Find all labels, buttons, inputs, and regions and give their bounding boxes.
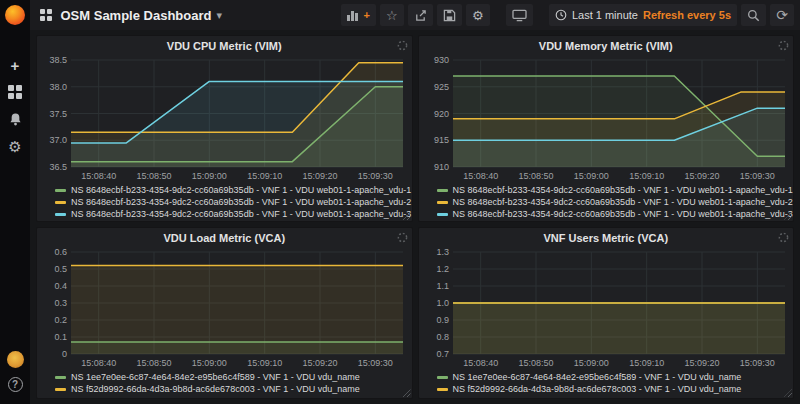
user-avatar[interactable] <box>7 351 24 368</box>
legend-series-label: NS 8648ecbf-b233-4354-9dc2-cc60a69b35db … <box>71 197 411 207</box>
chart-canvas[interactable]: 91091592092593015:08:4015:08:5015:09:001… <box>423 54 791 183</box>
panel-legend: NS 1ee7e0ee-6c87-4e64-84e2-e95be6c4f589 … <box>41 370 408 395</box>
dashboard-title[interactable]: OSM Sample Dashboard <box>61 8 212 23</box>
cycle-view-button[interactable] <box>506 4 533 26</box>
panel-header[interactable]: VNF Users Metric (VCA) <box>423 230 790 246</box>
star-dashboard-button[interactable]: ☆ <box>380 4 404 26</box>
legend-item[interactable]: NS f52d9992-66da-4d3a-9b8d-ac6de678c003 … <box>55 383 408 395</box>
svg-text:930: 930 <box>433 55 448 65</box>
svg-text:15:09:20: 15:09:20 <box>302 171 337 181</box>
svg-text:0.5: 0.5 <box>54 264 67 274</box>
dashboard-settings-button[interactable]: ⚙ <box>466 4 490 26</box>
tv-icon <box>512 9 527 22</box>
chart-canvas[interactable]: 0.70.80.91.01.11.21.315:08:4015:08:5015:… <box>423 246 791 370</box>
panel-legend: NS 1ee7e0ee-6c87-4e64-84e2-e95be6c4f589 … <box>423 370 790 395</box>
svg-text:36.5: 36.5 <box>49 162 67 172</box>
legend-item[interactable]: NS 8648ecbf-b233-4354-9dc2-cc60a69b35db … <box>437 208 790 220</box>
chevron-down-icon[interactable]: ▾ <box>216 9 222 22</box>
refresh-interval-label: Refresh every 5s <box>643 9 731 21</box>
svg-text:0.9: 0.9 <box>436 315 449 325</box>
svg-text:0: 0 <box>62 349 67 359</box>
legend-series-label: NS 1ee7e0ee-6c87-4e64-84e2-e95be6c4f589 … <box>453 372 742 382</box>
gear-icon: ⚙ <box>8 139 21 154</box>
svg-text:0.6: 0.6 <box>54 247 67 257</box>
time-picker-button[interactable]: Last 1 minute Refresh every 5s <box>549 4 737 26</box>
svg-text:15:09:00: 15:09:00 <box>192 358 227 368</box>
panel-vnf-users-metric: VNF Users Metric (VCA) 0.70.80.91.01.11.… <box>418 227 795 399</box>
svg-text:0.1: 0.1 <box>54 332 67 342</box>
legend-series-swatch <box>437 376 448 379</box>
panel-header[interactable]: VDU CPU Metric (VIM) <box>41 38 408 54</box>
legend-series-swatch <box>437 388 448 391</box>
legend-series-swatch <box>55 376 66 379</box>
svg-text:15:08:50: 15:08:50 <box>518 358 553 368</box>
svg-text:37.5: 37.5 <box>49 109 67 119</box>
svg-text:15:09:10: 15:09:10 <box>247 358 282 368</box>
legend-item[interactable]: NS 8648ecbf-b233-4354-9dc2-cc60a69b35db … <box>437 196 790 208</box>
panel-loading-spinner-icon <box>778 40 789 51</box>
side-menu: + ⚙ ? <box>0 0 30 404</box>
svg-text:15:09:30: 15:09:30 <box>358 171 393 181</box>
legend-item[interactable]: NS f52d9992-66da-4d3a-9b8d-ac6de678c003 … <box>437 383 790 395</box>
chart-canvas[interactable]: 36.537.037.538.038.515:08:4015:08:5015:0… <box>41 54 409 183</box>
help-icon[interactable]: ? <box>8 377 23 392</box>
sidebar-item-configuration[interactable]: ⚙ <box>4 137 26 155</box>
svg-text:15:09:00: 15:09:00 <box>573 358 608 368</box>
svg-text:15:08:50: 15:08:50 <box>136 171 171 181</box>
panel-vdu-load-metric: VDU Load Metric (VCA) 00.10.20.30.40.50.… <box>36 227 413 399</box>
dashboard-picker-icon[interactable] <box>40 9 52 21</box>
legend-series-swatch <box>55 388 66 391</box>
add-panel-button[interactable]: + <box>341 4 375 26</box>
svg-text:0.4: 0.4 <box>54 281 67 291</box>
svg-text:15:09:10: 15:09:10 <box>247 171 282 181</box>
panel-vdu-cpu-metric: VDU CPU Metric (VIM) 36.537.037.538.038.… <box>36 35 413 222</box>
legend-item[interactable]: NS 8648ecbf-b233-4354-9dc2-cc60a69b35db … <box>55 196 408 208</box>
svg-text:15:08:50: 15:08:50 <box>518 171 553 181</box>
svg-text:15:08:40: 15:08:40 <box>463 358 498 368</box>
chart-canvas[interactable]: 00.10.20.30.40.50.615:08:4015:08:5015:09… <box>41 246 409 370</box>
panel-title: VDU Load Metric (VCA) <box>163 232 285 244</box>
plus-icon: + <box>363 9 369 21</box>
svg-text:15:09:20: 15:09:20 <box>684 358 719 368</box>
svg-text:15:09:00: 15:09:00 <box>573 171 608 181</box>
add-panel-icon <box>347 9 361 21</box>
panel-legend: NS 8648ecbf-b233-4354-9dc2-cc60a69b35db … <box>423 183 790 220</box>
panel-legend: NS 8648ecbf-b233-4354-9dc2-cc60a69b35db … <box>41 183 408 220</box>
refresh-button[interactable]: ⟳ <box>770 4 794 26</box>
grafana-flame-icon <box>5 5 25 25</box>
svg-text:15:08:40: 15:08:40 <box>81 171 116 181</box>
svg-text:1.1: 1.1 <box>436 281 449 291</box>
share-dashboard-button[interactable] <box>408 4 433 26</box>
svg-text:920: 920 <box>433 109 448 119</box>
legend-series-swatch <box>55 213 66 216</box>
panel-header[interactable]: VDU Load Metric (VCA) <box>41 230 408 246</box>
save-dashboard-button[interactable] <box>437 4 462 26</box>
time-range-label: Last 1 minute <box>572 9 638 21</box>
sidebar-item-alerting[interactable] <box>4 110 26 128</box>
svg-text:910: 910 <box>433 162 448 172</box>
legend-item[interactable]: NS 8648ecbf-b233-4354-9dc2-cc60a69b35db … <box>55 184 408 196</box>
legend-series-swatch <box>437 201 448 204</box>
panel-title: VNF Users Metric (VCA) <box>543 232 668 244</box>
svg-text:15:09:00: 15:09:00 <box>192 171 227 181</box>
refresh-icon: ⟳ <box>776 8 788 22</box>
legend-item[interactable]: NS 1ee7e0ee-6c87-4e64-84e2-e95be6c4f589 … <box>437 371 790 383</box>
panel-title: VDU CPU Metric (VIM) <box>167 40 282 52</box>
svg-text:0.3: 0.3 <box>54 298 67 308</box>
legend-series-label: NS f52d9992-66da-4d3a-9b8d-ac6de678c003 … <box>71 384 360 394</box>
zoom-out-button[interactable] <box>741 4 766 26</box>
panel-title: VDU Memory Metric (VIM) <box>539 40 673 52</box>
legend-series-swatch <box>437 189 448 192</box>
create-button[interactable]: + <box>4 56 26 74</box>
sidebar-item-dashboards[interactable] <box>4 83 26 101</box>
grafana-logo[interactable] <box>0 0 30 30</box>
legend-item[interactable]: NS 8648ecbf-b233-4354-9dc2-cc60a69b35db … <box>55 208 408 220</box>
svg-text:38.5: 38.5 <box>49 55 67 65</box>
svg-text:0.7: 0.7 <box>436 349 449 359</box>
legend-item[interactable]: NS 1ee7e0ee-6c87-4e64-84e2-e95be6c4f589 … <box>55 371 408 383</box>
legend-item[interactable]: NS 8648ecbf-b233-4354-9dc2-cc60a69b35db … <box>437 184 790 196</box>
magnifier-icon <box>747 9 760 22</box>
panel-header[interactable]: VDU Memory Metric (VIM) <box>423 38 790 54</box>
bell-icon <box>8 112 23 127</box>
svg-text:15:09:10: 15:09:10 <box>629 358 664 368</box>
